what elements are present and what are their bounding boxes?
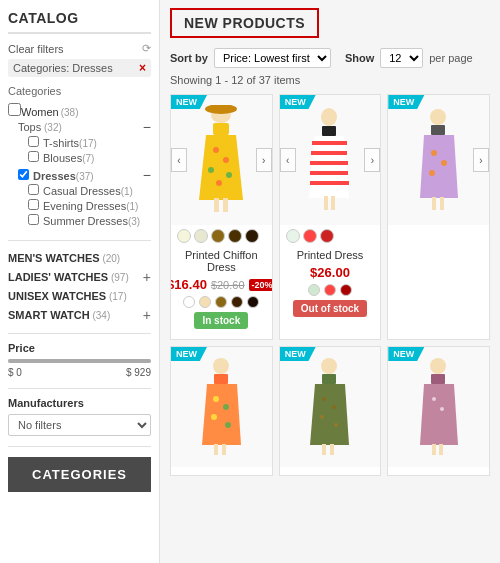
clear-filters-label[interactable]: Clear filters <box>8 43 64 55</box>
swatch-2-2[interactable] <box>303 229 317 243</box>
product-card-6[interactable]: NEW <box>387 346 490 476</box>
categories-bottom-title[interactable]: CATEGORIES <box>8 457 151 492</box>
category-name-dresses[interactable]: Dresses <box>33 170 76 182</box>
product-next-2[interactable]: › <box>364 148 380 172</box>
watch-name-ladies[interactable]: Ladies' Watches <box>8 271 108 283</box>
product-card-2[interactable]: NEW ‹ <box>279 94 382 340</box>
sort-by-select[interactable]: Price: Lowest first <box>214 48 331 68</box>
svg-point-21 <box>430 109 446 125</box>
product-card-4[interactable]: NEW <box>170 346 273 476</box>
color-dot-1a[interactable] <box>183 296 195 308</box>
price-slider-fill <box>8 359 151 363</box>
manufacturers-select[interactable]: No filters <box>8 414 151 436</box>
product-img-2: NEW ‹ <box>280 95 381 225</box>
color-dot-2a[interactable] <box>308 284 320 296</box>
sub-list-tops: T-shirts(17) Blouses(7) <box>18 135 151 165</box>
divider-2 <box>8 333 151 334</box>
watch-name-unisex[interactable]: UNISEX WATCHES <box>8 290 106 302</box>
show-select[interactable]: 12 <box>380 48 423 68</box>
swatch-1-4[interactable] <box>228 229 242 243</box>
category-list: Women(38) Tops (32) − T-shirts(17) <box>8 102 151 230</box>
svg-marker-31 <box>202 384 241 445</box>
category-checkbox-casual[interactable] <box>28 184 39 195</box>
price-slider[interactable] <box>8 359 151 363</box>
stock-badge-2: Out of stock <box>293 300 367 317</box>
svg-point-32 <box>213 396 219 402</box>
category-checkbox-evening[interactable] <box>28 199 39 210</box>
swatch-1-3[interactable] <box>211 229 225 243</box>
category-name-tshirts[interactable]: T-shirts <box>43 137 79 149</box>
svg-rect-10 <box>223 198 228 212</box>
catalog-title: CATALOG <box>8 10 151 34</box>
ladies-watch-toggle[interactable]: + <box>143 269 151 285</box>
manufacturers-section: Manufacturers No filters <box>8 397 151 436</box>
category-name-women[interactable]: Women <box>21 106 59 118</box>
watch-name-mens[interactable]: MEN'S WATCHES <box>8 252 100 264</box>
category-name-summer[interactable]: Summer Dresses <box>43 215 128 227</box>
color-dot-1c[interactable] <box>215 296 227 308</box>
color-dot-2c[interactable] <box>340 284 352 296</box>
watch-name-smart[interactable]: Smart Watch <box>8 309 90 321</box>
color-dot-1e[interactable] <box>247 296 259 308</box>
color-dot-1d[interactable] <box>231 296 243 308</box>
clear-filters-icon[interactable]: ⟳ <box>142 42 151 55</box>
price-section: Price $ 0 $ 929 <box>8 342 151 378</box>
swatch-1-2[interactable] <box>194 229 208 243</box>
product-img-5: NEW <box>280 347 381 467</box>
color-dot-2b[interactable] <box>324 284 336 296</box>
dresses-toggle[interactable]: − <box>143 167 151 183</box>
svg-point-24 <box>431 150 437 156</box>
product-image-svg-6 <box>416 357 461 457</box>
svg-point-4 <box>213 147 219 153</box>
smart-watch-toggle[interactable]: + <box>143 307 151 323</box>
product-card-5[interactable]: NEW <box>279 346 382 476</box>
stock-badge-1: In stock <box>194 312 248 329</box>
category-item-tops: Tops (32) − T-shirts(17) Blo <box>18 118 151 166</box>
svg-marker-40 <box>310 384 349 445</box>
svg-point-25 <box>441 160 447 166</box>
product-next-3[interactable]: › <box>473 148 489 172</box>
category-checkbox-dresses[interactable] <box>18 169 29 180</box>
page-title: NEW PRODUCTS <box>170 8 319 38</box>
price-max: $ 929 <box>126 367 151 378</box>
category-checkbox-tshirts[interactable] <box>28 136 39 147</box>
watches-section: MEN'S WATCHES (20) Ladies' Watches (97) … <box>8 249 151 325</box>
product-prev-2[interactable]: ‹ <box>280 148 296 172</box>
category-count-casual: (1) <box>121 186 133 197</box>
product-card-1[interactable]: NEW ‹ <box>170 94 273 340</box>
swatch-2-3[interactable] <box>320 229 334 243</box>
watch-count-mens: (20) <box>100 253 121 264</box>
swatch-1-1[interactable] <box>177 229 191 243</box>
product-img-6: NEW <box>388 347 489 467</box>
watch-row-smart: Smart Watch (34) + <box>8 305 151 325</box>
svg-point-35 <box>225 422 231 428</box>
product-name-2[interactable]: Printed Dress <box>280 247 381 263</box>
product-card-3[interactable]: NEW › <box>387 94 490 340</box>
product-next-1[interactable]: › <box>256 148 272 172</box>
category-checkbox-summer[interactable] <box>28 214 39 225</box>
svg-rect-36 <box>214 444 218 455</box>
category-checkbox-women[interactable] <box>8 103 21 116</box>
swatch-2-1[interactable] <box>286 229 300 243</box>
category-count-evening: (1) <box>126 201 138 212</box>
watch-count-ladies: (97) <box>108 272 129 283</box>
product-name-1[interactable]: Printed Chiffon Dress <box>171 247 272 275</box>
watch-row-unisex: UNISEX WATCHES (17) <box>8 287 151 305</box>
active-filter-remove[interactable]: × <box>139 61 146 75</box>
watch-row-mens: MEN'S WATCHES (20) <box>8 249 151 267</box>
watch-row-ladies: Ladies' Watches (97) + <box>8 267 151 287</box>
category-name-evening[interactable]: Evening Dresses <box>43 200 126 212</box>
category-checkbox-blouses[interactable] <box>28 151 39 162</box>
svg-rect-37 <box>222 444 226 455</box>
product-price-row-1: $16.40 $20.60 -20% <box>177 275 266 294</box>
sub-list-women: Tops (32) − T-shirts(17) Blo <box>8 118 151 229</box>
tops-toggle[interactable]: − <box>143 119 151 135</box>
swatch-1-5[interactable] <box>245 229 259 243</box>
category-item-dresses: Dresses(37) − Casual Dresses(1) <box>18 166 151 229</box>
category-name-casual[interactable]: Casual Dresses <box>43 185 121 197</box>
color-dot-1b[interactable] <box>199 296 211 308</box>
category-name-tops[interactable]: Tops <box>18 121 41 133</box>
product-prev-1[interactable]: ‹ <box>171 148 187 172</box>
category-name-blouses[interactable]: Blouses <box>43 152 82 164</box>
category-count-tops: (32) <box>41 122 62 133</box>
